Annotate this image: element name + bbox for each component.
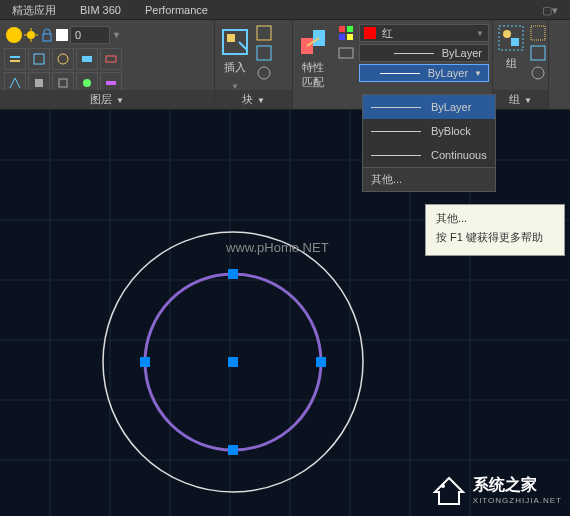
props-tool-1[interactable] [337,24,355,42]
logo-text: 系统之家 [473,475,562,496]
svg-point-33 [532,67,544,79]
match-properties-icon[interactable] [297,26,329,58]
svg-rect-24 [347,26,353,32]
match-label: 特性 匹配 [297,60,329,90]
insert-label: 插入 [219,60,251,75]
tab-bim360[interactable]: BIM 360 [68,0,133,19]
sun-icon[interactable] [24,28,38,42]
group-tool-1[interactable] [529,24,547,42]
layer-tool-1[interactable] [4,48,26,70]
layer-tool-3[interactable] [52,48,74,70]
block-panel: 插入 ▼ 块▼ [215,20,293,109]
tab-featured[interactable]: 精选应用 [0,0,68,19]
svg-point-29 [503,30,511,38]
dd-item-bylayer[interactable]: ByLayer [363,95,495,119]
svg-rect-11 [106,56,116,62]
color-dropdown[interactable]: 红 ▼ [359,24,489,42]
logo: 系统之家 XITONGZHIJIA.NET [431,472,562,508]
grip-center[interactable] [228,357,238,367]
lock-icon[interactable] [40,28,54,42]
svg-rect-19 [257,46,271,60]
svg-rect-6 [10,56,20,58]
svg-rect-32 [531,46,545,60]
group-label: 组 [497,56,525,71]
layer-tool-4[interactable] [76,48,98,70]
linetype-dropdown-list: ByLayer ByBlock Continuous 其他... [362,94,496,192]
block-tool-3[interactable] [255,64,273,82]
tooltip-help: 按 F1 键获得更多帮助 [436,230,554,245]
group-panel-title[interactable]: 组▼ [493,90,548,109]
grip-bottom[interactable] [228,445,238,455]
lightbulb-icon[interactable] [6,27,22,43]
svg-rect-15 [106,81,116,85]
tab-expand-icon[interactable]: ▢▾ [530,0,570,19]
color-swatch[interactable] [56,29,68,41]
block-panel-title[interactable]: 块▼ [215,90,292,109]
svg-point-48 [441,484,445,488]
group-panel: 组 组▼ [493,20,549,109]
lineweight-dropdown[interactable]: ByLayer [359,44,489,62]
svg-rect-12 [35,79,43,87]
block-tool-1[interactable] [255,24,273,42]
grip-right[interactable] [316,357,326,367]
svg-rect-25 [339,34,345,40]
red-swatch-icon [364,27,376,39]
svg-rect-8 [34,54,44,64]
group-tool-3[interactable] [529,64,547,82]
watermark: www.pHome.NET [226,240,329,255]
grip-left[interactable] [140,357,150,367]
tooltip: 其他... 按 F1 键获得更多帮助 [425,204,565,256]
linetype-dropdown[interactable]: ByLayer ▼ [359,64,489,82]
dd-item-byblock[interactable]: ByBlock [363,119,495,143]
svg-rect-23 [339,26,345,32]
svg-rect-31 [531,26,545,40]
svg-rect-27 [339,48,353,58]
svg-point-14 [83,79,91,87]
dd-item-continuous[interactable]: Continuous [363,143,495,167]
tab-performance[interactable]: Performance [133,0,220,19]
svg-rect-7 [10,60,20,62]
group-tool-2[interactable] [529,44,547,62]
dd-item-other[interactable]: 其他... [363,168,495,191]
layer-name-input[interactable] [70,26,110,44]
block-tool-2[interactable] [255,44,273,62]
logo-subtitle: XITONGZHIJIA.NET [473,496,562,505]
tooltip-title: 其他... [436,211,554,226]
svg-point-20 [258,67,270,79]
svg-rect-18 [257,26,271,40]
svg-rect-5 [43,34,51,41]
insert-icon[interactable] [219,26,251,58]
layer-tool-2[interactable] [28,48,50,70]
layer-panel: ▼ 图层▼ [0,20,215,109]
dropdown-arrow-icon[interactable]: ▼ [112,30,121,40]
svg-rect-10 [82,56,92,62]
svg-rect-26 [347,34,353,40]
svg-point-0 [27,31,35,39]
group-icon[interactable] [497,24,525,52]
top-tabs: 精选应用 BIM 360 Performance ▢▾ [0,0,570,20]
layer-panel-title[interactable]: 图层▼ [0,90,214,109]
layer-tool-5[interactable] [100,48,122,70]
svg-rect-30 [511,38,519,46]
layer-tools [4,48,210,94]
house-icon [431,472,467,508]
props-tool-2[interactable] [337,44,355,62]
svg-rect-13 [59,79,67,87]
grip-top[interactable] [228,269,238,279]
svg-rect-17 [227,34,235,42]
svg-point-9 [58,54,68,64]
